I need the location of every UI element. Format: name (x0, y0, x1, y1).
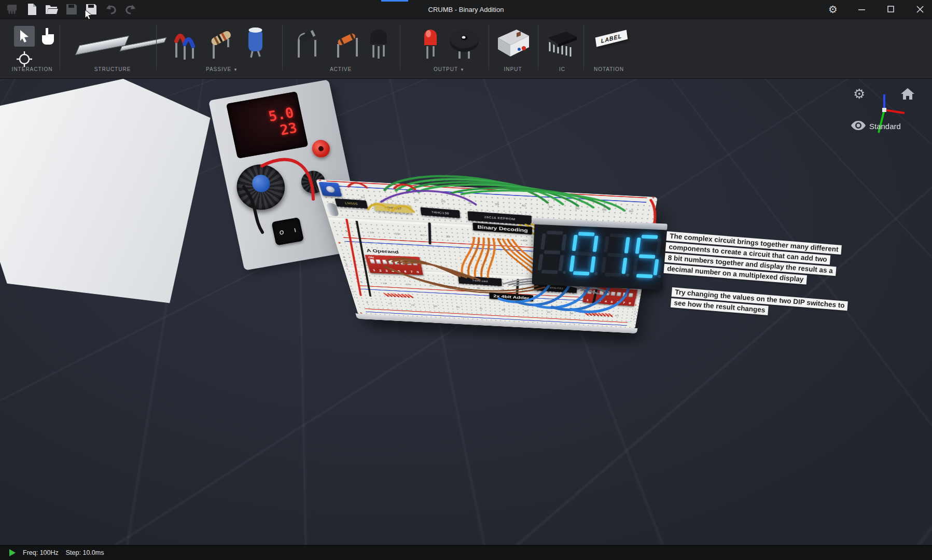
label-item[interactable]: LABEL (595, 30, 628, 47)
mouse-cursor (85, 9, 93, 22)
section-label-output[interactable]: OUTPUT▼ (434, 66, 465, 72)
section-label-structure: STRUCTURE (94, 66, 131, 72)
window-title: CRUMB - Binary Addition (0, 0, 932, 19)
power-supply[interactable]: 5.0 23 OI (73, 79, 342, 343)
step-readout: Step: 10.0ms (66, 549, 104, 556)
psu-voltage-knob[interactable] (232, 161, 289, 214)
scene-settings-button[interactable]: ⚙ (853, 86, 865, 102)
display-digit-1 (601, 233, 631, 278)
display-digit-ghost (537, 230, 567, 275)
psu-positive-jack[interactable] (311, 138, 332, 159)
section-label-input: INPUT (504, 66, 522, 72)
power-supply-item[interactable] (497, 27, 531, 59)
settings-button[interactable]: ⚙ (825, 2, 841, 17)
transistor-item[interactable] (367, 25, 390, 60)
section-label-interaction: INTERACTION (12, 66, 53, 72)
diode-item[interactable] (294, 26, 319, 59)
statusbar: Freq: 100Hz Step: 10.0ms (0, 545, 932, 560)
view-mode-label[interactable]: Standard (869, 122, 901, 131)
minimize-button[interactable] (854, 2, 870, 17)
drag-tool-button[interactable] (39, 27, 56, 45)
power-supply-display: 5.0 23 (226, 91, 308, 159)
play-button[interactable] (9, 549, 16, 556)
select-tool-button[interactable] (14, 26, 35, 47)
psu-current-readout: 23 (279, 120, 298, 138)
jumper-wire-item[interactable] (171, 25, 200, 60)
frequency-readout: Freq: 100Hz (23, 549, 59, 556)
section-label-notation: NOTATION (594, 66, 624, 72)
display-digit-5 (632, 234, 662, 279)
display-digit-0 (569, 232, 599, 276)
orbit-tool-button[interactable] (16, 50, 33, 68)
titlebar: CRUMB - Binary Addition ⚙ (0, 0, 932, 19)
chevron-down-icon: ▼ (460, 67, 465, 72)
3d-viewport[interactable]: 5.0 23 OI ++ + + + 510152025303540455055… (0, 79, 932, 545)
ic-item[interactable] (546, 29, 579, 58)
section-label-passive[interactable]: PASSIVE▼ (206, 66, 238, 72)
crumb-app: CRUMB - Binary Addition ⚙ INTERACTION ST… (0, 0, 932, 560)
seven-segment-display[interactable] (532, 222, 665, 290)
breadboard-item[interactable] (75, 36, 129, 55)
resistor-item[interactable] (207, 26, 234, 60)
close-button[interactable] (912, 2, 928, 17)
led-item[interactable] (420, 25, 441, 60)
zener-diode-item[interactable] (334, 26, 360, 59)
view-mode-eye-icon[interactable] (851, 120, 866, 131)
section-label-active: ACTIVE (330, 66, 352, 72)
chevron-down-icon: ▼ (233, 67, 238, 72)
psu-power-switch[interactable]: OI (271, 217, 304, 245)
maximize-button[interactable] (883, 2, 899, 17)
buzzer-item[interactable] (447, 27, 481, 60)
capacitor-item[interactable] (245, 25, 267, 60)
section-label-ic: IC (559, 66, 565, 72)
component-toolbar: INTERACTION STRUCTURE (0, 19, 932, 79)
